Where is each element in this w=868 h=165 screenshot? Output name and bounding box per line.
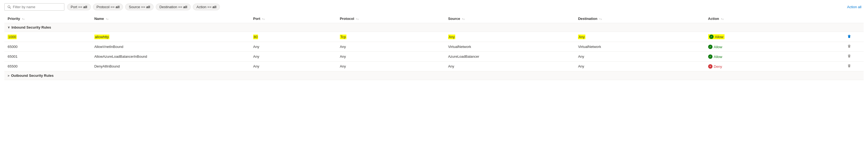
section-chevron-inbound: ∨	[8, 26, 10, 29]
filter-chips: Port == allProtocol == allSource == allD…	[67, 4, 220, 10]
table-header: Priority ↑↓ Name ↑↓ Port ↑↓ Protocol ↑↓	[4, 14, 864, 23]
sort-icon-name: ↑↓	[106, 17, 108, 20]
cell-delete[interactable]	[835, 32, 864, 42]
cell-port: Any	[250, 52, 337, 61]
col-header-protocol[interactable]: Protocol ↑↓	[337, 14, 445, 23]
svg-rect-4	[848, 45, 850, 45]
sort-icon-priority: ↑↓	[22, 17, 25, 20]
cell-priority: 65000	[4, 42, 91, 52]
search-input[interactable]	[13, 5, 61, 9]
cell-name: DenyAllInBound	[91, 61, 250, 71]
cell-destination: Any	[575, 32, 705, 42]
svg-line-1	[10, 7, 11, 8]
delete-button[interactable]	[847, 44, 851, 49]
cell-destination: Any	[575, 52, 705, 61]
delete-button[interactable]	[847, 64, 851, 69]
cell-delete[interactable]	[835, 42, 864, 52]
cell-source: Any	[445, 32, 575, 42]
col-header-source[interactable]: Source ↑↓	[445, 14, 575, 23]
action_filter[interactable]: Action == all	[193, 4, 220, 10]
cell-destination: VirtualNetwork	[575, 42, 705, 52]
cell-source: Any	[445, 61, 575, 71]
cell-port: Any	[250, 42, 337, 52]
toolbar: Port == allProtocol == allSource == allD…	[4, 3, 864, 11]
cell-source: AzureLoadBalancer	[445, 52, 575, 61]
cell-delete[interactable]	[835, 52, 864, 61]
deny-icon: ✕	[708, 64, 713, 69]
svg-rect-5	[848, 45, 851, 45]
security-rules-table: Priority ↑↓ Name ↑↓ Port ↑↓ Protocol ↑↓	[4, 14, 864, 80]
col-header-action[interactable]: Action ↑↓	[705, 14, 835, 23]
svg-rect-9	[848, 65, 851, 65]
svg-rect-6	[848, 54, 850, 55]
cell-port: Any	[250, 61, 337, 71]
action-label: Deny	[714, 65, 722, 69]
sort-icon-protocol: ↑↓	[356, 17, 359, 20]
cell-action: ✓Allow	[705, 32, 835, 42]
sort-icon-destination: ↑↓	[599, 17, 602, 20]
col-header-priority[interactable]: Priority ↑↓	[4, 14, 91, 23]
sort-icon-source: ↑↓	[462, 17, 465, 20]
table-wrapper: Priority ↑↓ Name ↑↓ Port ↑↓ Protocol ↑↓	[4, 14, 864, 80]
sort-icon-port: ↑↓	[262, 17, 265, 20]
cell-priority: 1000	[4, 32, 91, 42]
cell-name: allowhttp	[91, 32, 250, 42]
section-chevron-outbound: >	[8, 74, 9, 77]
search-box[interactable]	[4, 3, 64, 11]
table-row: 65000AllowVnetInBoundAnyAnyVirtualNetwor…	[4, 42, 864, 52]
cell-priority: 65500	[4, 61, 91, 71]
cell-action: ✓Allow	[705, 42, 835, 52]
cell-protocol: Any	[337, 61, 445, 71]
table-row: 65001AllowAzureLoadBalancerInBoundAnyAny…	[4, 52, 864, 61]
cell-protocol: Any	[337, 42, 445, 52]
svg-rect-8	[848, 64, 850, 65]
cell-protocol: Tcp	[337, 32, 445, 42]
destination_filter[interactable]: Destination == all	[156, 4, 191, 10]
action-all-button[interactable]: Action all	[845, 4, 864, 10]
cell-protocol: Any	[337, 52, 445, 61]
cell-name: AllowVnetInBound	[91, 42, 250, 52]
source_filter[interactable]: Source == all	[125, 4, 154, 10]
table-body: ∨ Inbound Security Rules 1000allowhttp80…	[4, 23, 864, 80]
cell-source: VirtualNetwork	[445, 42, 575, 52]
cell-action: ✓Allow	[705, 52, 835, 61]
cell-action: ✕Deny	[705, 61, 835, 71]
cell-delete[interactable]	[835, 61, 864, 71]
section-row-inbound[interactable]: ∨ Inbound Security Rules	[4, 23, 864, 32]
cell-priority: 65001	[4, 52, 91, 61]
cell-port: 80	[250, 32, 337, 42]
delete-button[interactable]	[847, 35, 851, 39]
section-label-inbound: Inbound Security Rules	[11, 25, 51, 30]
table-row: 65500DenyAllInBoundAnyAnyAnyAny✕Deny	[4, 61, 864, 71]
action-label: Allow	[715, 35, 723, 39]
action-label: Allow	[714, 45, 722, 49]
cell-destination: Any	[575, 61, 705, 71]
main-container: Port == allProtocol == allSource == allD…	[0, 0, 868, 83]
delete-button[interactable]	[847, 54, 851, 59]
port_filter[interactable]: Port == all	[67, 4, 91, 10]
col-header-port[interactable]: Port ↑↓	[250, 14, 337, 23]
col-header-destination[interactable]: Destination ↑↓	[575, 14, 705, 23]
table-row: 1000allowhttp80TcpAnyAny✓Allow	[4, 32, 864, 42]
allow-icon: ✓	[708, 54, 713, 59]
section-label-outbound: Outbound Security Rules	[11, 74, 54, 78]
action-label: Allow	[714, 55, 722, 59]
col-header-delete	[835, 14, 864, 23]
cell-name: AllowAzureLoadBalancerInBound	[91, 52, 250, 61]
allow-icon: ✓	[709, 35, 714, 39]
protocol_filter[interactable]: Protocol == all	[93, 4, 123, 10]
allow-icon: ✓	[708, 45, 713, 49]
section-row-outbound[interactable]: > Outbound Security Rules	[4, 71, 864, 80]
svg-rect-2	[848, 35, 850, 35]
search-icon	[7, 5, 11, 9]
col-header-name[interactable]: Name ↑↓	[91, 14, 250, 23]
sort-icon-action: ↑↓	[721, 17, 724, 20]
